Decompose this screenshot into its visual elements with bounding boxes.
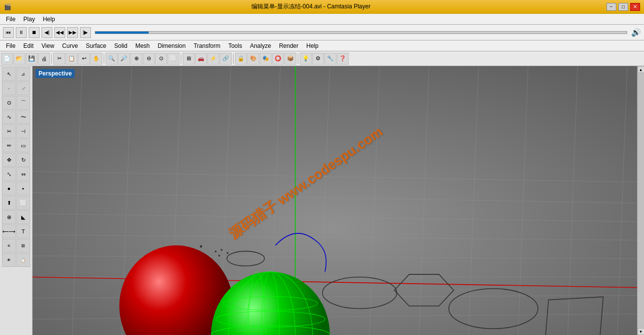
tool-link[interactable]: 🔗 <box>220 53 232 65</box>
left-tool-history[interactable]: 📋 <box>16 253 30 267</box>
btn-rewind[interactable]: ◀◀ <box>54 27 65 38</box>
menu-transform[interactable]: Transform <box>190 41 224 50</box>
menu-analyze[interactable]: Analyze <box>246 41 275 50</box>
left-tool-select[interactable]: ↖ <box>2 67 16 81</box>
left-tool-chamfer[interactable]: ◣ <box>16 210 30 224</box>
left-tool-mirror[interactable]: ⇔ <box>16 167 30 181</box>
btn-next-frame[interactable]: |▶ <box>80 27 91 38</box>
left-tool-move[interactable]: ✥ <box>2 153 16 167</box>
tool-snap[interactable]: 🚗 <box>195 53 207 65</box>
menu-render[interactable]: Render <box>275 41 302 50</box>
scrollbar-right[interactable]: ▲ ▼ <box>637 66 644 335</box>
menu-tools[interactable]: Tools <box>224 41 246 50</box>
menu-dimension[interactable]: Dimension <box>154 41 190 50</box>
left-tool-scale[interactable]: ⤡ <box>2 167 16 181</box>
scroll-down-arrow[interactable]: ▼ <box>638 328 644 335</box>
left-tool-trim[interactable]: ✂ <box>2 124 16 138</box>
left-tool-named-view[interactable]: 👁 <box>2 253 16 267</box>
scroll-up-arrow[interactable]: ▲ <box>638 66 644 73</box>
tool-new[interactable]: 📄 <box>1 53 13 65</box>
tool-zoom5[interactable]: ⊙ <box>155 53 167 65</box>
tool-zoom6[interactable]: ⬜ <box>167 53 179 65</box>
left-tool-text[interactable]: T <box>16 224 30 238</box>
left-tool-select2[interactable]: ⊿ <box>16 67 30 81</box>
scroll-track[interactable] <box>638 73 644 328</box>
left-tool-row-4: ∿ 〜 <box>2 110 30 124</box>
minimize-button[interactable]: − <box>606 3 616 11</box>
left-tool-box2[interactable]: ▪ <box>16 182 30 195</box>
tool-wrench[interactable]: 🔧 <box>324 53 336 65</box>
tool-color1[interactable]: 🎨 <box>247 53 259 65</box>
tool-pan[interactable]: ✋ <box>90 53 102 65</box>
btn-stop[interactable]: ⏹ <box>29 27 40 38</box>
left-tool-sphere[interactable]: ● <box>2 182 16 195</box>
svg-rect-30 <box>221 249 222 251</box>
left-tool-curve[interactable]: ∿ <box>2 110 16 124</box>
tool-zoom3[interactable]: ⊕ <box>130 53 142 65</box>
btn-prev-frame[interactable]: ◀| <box>41 27 52 38</box>
menu-curve[interactable]: Curve <box>58 41 82 50</box>
left-tool-row-9: ● ▪ <box>2 182 30 195</box>
tool-open[interactable]: 📂 <box>13 53 25 65</box>
tool-help[interactable]: ❓ <box>337 53 349 65</box>
menu-surface[interactable]: Surface <box>82 41 110 50</box>
menu-file[interactable]: File <box>2 41 19 50</box>
left-tool-line[interactable]: ⟋ <box>16 81 30 95</box>
left-tool-circle[interactable]: ⊙ <box>2 96 16 110</box>
left-tool-dim[interactable]: ⟵⟶ <box>2 224 16 238</box>
player-menu-help[interactable]: Help <box>39 15 59 24</box>
tool-box[interactable]: 📦 <box>284 53 296 65</box>
menu-edit[interactable]: Edit <box>19 41 38 50</box>
menu-solid[interactable]: Solid <box>110 41 131 50</box>
left-tool-row-3: ⊙ ⌒ <box>2 96 30 110</box>
tool-circle[interactable]: ⭕ <box>272 53 284 65</box>
sep1 <box>51 54 52 64</box>
sep5 <box>298 54 298 64</box>
left-tool-hatch[interactable]: ≡ <box>2 239 16 253</box>
seekbar[interactable] <box>95 31 627 34</box>
restore-button[interactable]: □ <box>618 3 628 11</box>
left-tool-freeform[interactable]: 〜 <box>16 110 30 124</box>
left-tool-row-5: ✂ ⊣ <box>2 124 30 138</box>
tool-cut[interactable]: ✂ <box>53 53 65 65</box>
player-menu-play[interactable]: Play <box>19 15 39 24</box>
tool-zoom4[interactable]: ⊖ <box>143 53 155 65</box>
tool-lock[interactable]: 🔒 <box>235 53 247 65</box>
tool-color2[interactable]: 🎭 <box>260 53 272 65</box>
left-tool-loft[interactable]: ⬜ <box>16 196 30 210</box>
btn-fast-forward[interactable]: ▶▶ <box>67 27 78 38</box>
tool-zoom2[interactable]: 🔎 <box>118 53 130 65</box>
close-button[interactable]: ✕ <box>630 3 640 11</box>
tool-zoom1[interactable]: 🔍 <box>106 53 118 65</box>
menu-mesh[interactable]: Mesh <box>131 41 154 50</box>
titlebar: 🎬 编辑菜单-显示冻结-004.avi - Camtasia Player − … <box>0 0 644 14</box>
left-tool-edit[interactable]: ✏ <box>2 139 16 152</box>
btn-skip-start[interactable]: ⏮ <box>3 27 14 38</box>
left-tool-boolean[interactable]: ⊕ <box>2 210 16 224</box>
left-tool-block[interactable]: ⊞ <box>16 239 30 253</box>
left-tool-rotate[interactable]: ↻ <box>16 153 30 167</box>
tool-bolt[interactable]: ⚡ <box>207 53 219 65</box>
left-tool-arc[interactable]: ⌒ <box>16 96 30 110</box>
btn-pause[interactable]: ⏸ <box>16 27 27 38</box>
left-tool-rect[interactable]: ▭ <box>16 139 30 152</box>
tool-grid[interactable]: ⊞ <box>183 53 195 65</box>
tool-undo[interactable]: ↩ <box>78 53 90 65</box>
tool-settings[interactable]: ⚙ <box>312 53 324 65</box>
viewport[interactable]: Perspective 源码猎子 www.codespu.com <box>33 66 637 335</box>
left-tool-point[interactable]: · <box>2 81 16 95</box>
tool-copy[interactable]: 📋 <box>66 53 78 65</box>
tool-save[interactable]: 💾 <box>26 53 38 65</box>
sep3 <box>181 54 181 64</box>
volume-button[interactable]: 🔊 <box>631 28 641 37</box>
left-tool-extrude[interactable]: ⬆ <box>2 196 16 210</box>
menu-help[interactable]: Help <box>302 41 322 50</box>
left-toolbar: ↖ ⊿ · ⟋ ⊙ ⌒ ∿ 〜 ✂ ⊣ ✏ ▭ ✥ ↻ ⤡ ⇔ <box>0 66 33 335</box>
app-icon: 🎬 <box>4 3 11 10</box>
tool-print[interactable]: 🖨 <box>38 53 50 65</box>
menu-view[interactable]: View <box>38 41 58 50</box>
left-tool-extend[interactable]: ⊣ <box>16 124 30 138</box>
player-menu-file[interactable]: File <box>2 15 19 24</box>
tool-light[interactable]: 💡 <box>300 53 312 65</box>
left-tool-row-8: ⤡ ⇔ <box>2 167 30 181</box>
